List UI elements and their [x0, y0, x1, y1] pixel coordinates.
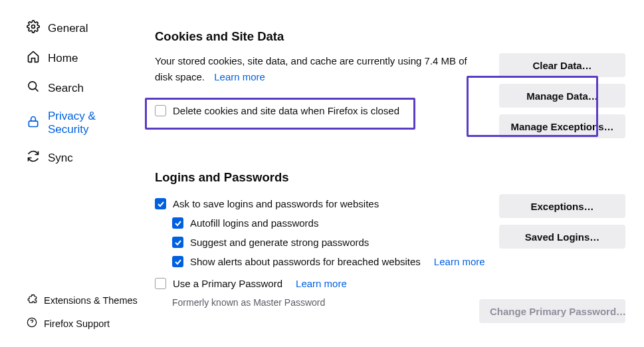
- primary-password-label: Use a Primary Password: [173, 278, 282, 289]
- sidebar-item-support[interactable]: Firefox Support: [0, 312, 150, 335]
- search-icon: [27, 80, 40, 96]
- sidebar-item-label: Privacy & Security: [48, 110, 139, 136]
- svg-point-1: [29, 82, 37, 90]
- primary-password-row[interactable]: Use a Primary Password Learn more: [155, 274, 487, 293]
- sidebar-item-label: Firefox Support: [44, 318, 110, 329]
- sidebar-item-label: General: [48, 22, 88, 35]
- lock-icon: [27, 115, 40, 132]
- manage-data-button[interactable]: Manage Data…: [499, 84, 625, 108]
- home-icon: [27, 50, 40, 66]
- autofill-label: Autofill logins and passwords: [190, 217, 318, 229]
- autofill-row[interactable]: Autofill logins and passwords: [155, 213, 487, 233]
- sidebar-item-general[interactable]: General: [0, 13, 150, 43]
- sidebar-item-privacy-security[interactable]: Privacy & Security: [0, 103, 150, 143]
- ask-save-checkbox[interactable]: [155, 198, 166, 209]
- alerts-learn-more-link[interactable]: Learn more: [434, 256, 485, 267]
- exceptions-button[interactable]: Exceptions…: [499, 194, 625, 218]
- primary-password-checkbox[interactable]: [155, 278, 166, 289]
- ask-save-label: Ask to save logins and passwords for web…: [173, 198, 379, 209]
- svg-line-2: [35, 88, 38, 91]
- manage-exceptions-button[interactable]: Manage Exceptions…: [499, 114, 625, 138]
- sidebar-item-label: Extensions & Themes: [44, 295, 138, 306]
- main-content: Cookies and Site Data Your stored cookie…: [150, 0, 644, 347]
- section-cookies: Cookies and Site Data Your stored cookie…: [152, 29, 625, 138]
- cookies-learn-more-link[interactable]: Learn more: [214, 71, 265, 82]
- autofill-checkbox[interactable]: [172, 217, 183, 229]
- section-logins: Logins and Passwords Ask to save logins …: [152, 170, 625, 323]
- sync-icon: [27, 150, 40, 166]
- suggest-checkbox[interactable]: [172, 237, 183, 248]
- alerts-checkbox[interactable]: [172, 256, 183, 267]
- sidebar-item-sync[interactable]: Sync: [0, 143, 150, 173]
- ask-save-row[interactable]: Ask to save logins and passwords for web…: [155, 194, 487, 213]
- alerts-label: Show alerts about passwords for breached…: [190, 256, 421, 267]
- help-icon: [27, 317, 37, 330]
- delete-cookies-row[interactable]: Delete cookies and site data when Firefo…: [155, 101, 487, 120]
- primary-password-note: Formerly known as Master Password: [155, 297, 487, 308]
- suggest-label: Suggest and generate strong passwords: [190, 237, 369, 248]
- sidebar-item-label: Sync: [48, 152, 73, 165]
- clear-data-button[interactable]: Clear Data…: [499, 53, 625, 77]
- sidebar-item-label: Home: [48, 52, 78, 65]
- sidebar-item-label: Search: [48, 82, 84, 95]
- svg-rect-3: [29, 121, 37, 126]
- saved-logins-button[interactable]: Saved Logins…: [499, 225, 625, 249]
- sidebar-item-home[interactable]: Home: [0, 43, 150, 73]
- gear-icon: [27, 20, 40, 37]
- section-title-logins: Logins and Passwords: [152, 170, 625, 185]
- alerts-row[interactable]: Show alerts about passwords for breached…: [155, 252, 487, 271]
- section-title-cookies: Cookies and Site Data: [152, 29, 625, 44]
- svg-point-0: [32, 25, 35, 29]
- delete-cookies-label: Delete cookies and site data when Firefo…: [173, 105, 399, 116]
- sidebar-item-extensions[interactable]: Extensions & Themes: [0, 289, 150, 312]
- puzzle-icon: [27, 294, 37, 306]
- suggest-row[interactable]: Suggest and generate strong passwords: [155, 233, 487, 252]
- sidebar: General Home Search Privacy & Security S…: [0, 0, 150, 347]
- sidebar-item-search[interactable]: Search: [0, 73, 150, 103]
- delete-cookies-checkbox[interactable]: [155, 105, 166, 116]
- cookies-description: Your stored cookies, site data, and cach…: [155, 53, 487, 85]
- change-primary-password-button: Change Primary Password…: [479, 299, 625, 323]
- primary-learn-more-link[interactable]: Learn more: [296, 278, 347, 289]
